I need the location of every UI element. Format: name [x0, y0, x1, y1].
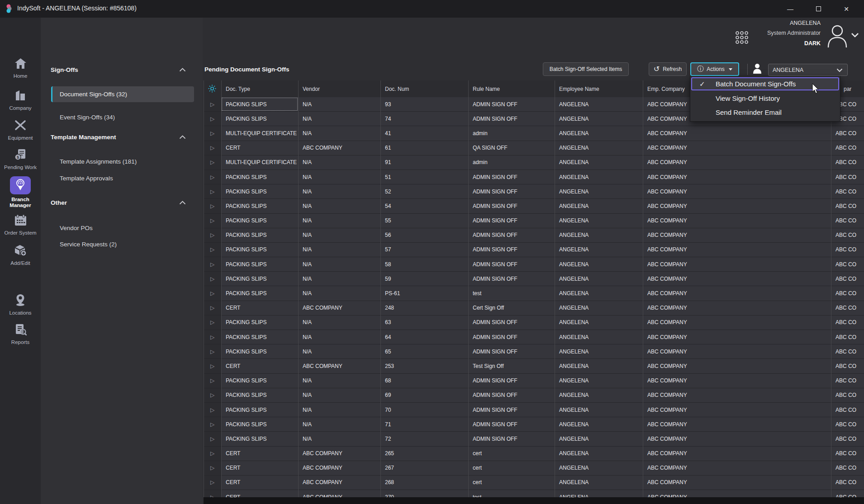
cell-extra[interactable]: ABC CO — [831, 199, 864, 213]
table-row[interactable]: ▷PACKING SLIPSN/A55ADMIN SIGN OFFANGELEN… — [204, 214, 864, 228]
cell-rule[interactable]: ADMIN SIGN OFF — [468, 344, 555, 358]
close-button[interactable]: ✕ — [836, 0, 857, 18]
cell-company[interactable]: ABC COMPANY — [643, 170, 831, 184]
table-row[interactable]: ▷PACKING SLIPSN/A56ADMIN SIGN OFFANGELEN… — [204, 228, 864, 243]
cell-employee[interactable]: ANGELENA — [555, 447, 643, 461]
panel-section-other[interactable]: Other — [51, 199, 193, 206]
expand-arrow-icon[interactable]: ▷ — [204, 417, 221, 431]
table-row[interactable]: ▷PACKING SLIPSN/APS-61testANGELENAABC CO… — [204, 286, 864, 301]
cell-rule[interactable]: ADMIN SIGN OFF — [468, 257, 555, 271]
sidebar-item-equipment[interactable]: Equipment — [0, 119, 41, 141]
cell-extra[interactable]: ABC CO — [831, 388, 864, 402]
cell-company[interactable]: ABC COMPANY — [643, 476, 831, 490]
expand-arrow-icon[interactable]: ▷ — [204, 155, 221, 170]
cell-extra[interactable]: ABC CO — [831, 155, 864, 170]
expand-arrow-icon[interactable]: ▷ — [204, 374, 221, 388]
expand-arrow-icon[interactable]: ▷ — [204, 316, 221, 330]
panel-item-document-sign-offs-32[interactable]: Document Sign-Offs (32) — [51, 86, 194, 102]
cell-company[interactable]: ABC COMPANY — [643, 126, 831, 140]
cell-type[interactable]: PACKING SLIPS — [221, 374, 298, 388]
cell-num[interactable]: 64 — [380, 330, 468, 344]
cell-type[interactable]: CERT — [221, 141, 298, 155]
column-header-employee-name[interactable]: Employee Name — [555, 80, 643, 97]
cell-rule[interactable]: ADMIN SIGN OFF — [468, 272, 555, 286]
cell-vendor[interactable]: N/A — [298, 214, 380, 228]
cell-type[interactable]: PACKING SLIPS — [221, 388, 298, 402]
cell-employee[interactable]: ANGELENA — [555, 272, 643, 286]
cell-rule[interactable]: cert — [468, 447, 555, 461]
maximize-button[interactable] — [808, 0, 829, 18]
cell-vendor[interactable]: N/A — [298, 388, 380, 402]
cell-num[interactable]: 65 — [380, 344, 468, 358]
cell-vendor[interactable]: N/A — [298, 126, 380, 140]
cell-extra[interactable]: ABC CO — [831, 461, 864, 475]
table-row[interactable]: ▷PACKING SLIPSN/A54ADMIN SIGN OFFANGELEN… — [204, 199, 864, 213]
table-row[interactable]: ▷PACKING SLIPSN/A64ADMIN SIGN OFFANGELEN… — [204, 330, 864, 344]
cell-extra[interactable]: ABC CO — [831, 490, 864, 497]
cell-type[interactable]: MULTI-EQUIP CERTIFICATE — [221, 155, 298, 170]
table-row[interactable]: ▷PACKING SLIPSN/A58ADMIN SIGN OFFANGELEN… — [204, 257, 864, 272]
cell-type[interactable]: PACKING SLIPS — [221, 97, 298, 111]
cell-extra[interactable]: ABC CO — [831, 476, 864, 490]
cell-rule[interactable]: cert — [468, 461, 555, 475]
cell-employee[interactable]: ANGELENA — [555, 126, 643, 140]
cell-company[interactable]: ABC COMPANY — [643, 184, 831, 198]
sidebar-item-locations[interactable]: Locations — [0, 294, 41, 316]
cell-employee[interactable]: ANGELENA — [555, 228, 643, 242]
cell-extra[interactable]: ABC CO — [831, 374, 864, 388]
cell-rule[interactable]: Test Sign Off — [468, 359, 555, 373]
cell-employee[interactable]: ANGELENA — [555, 257, 643, 271]
cell-vendor[interactable]: N/A — [298, 112, 380, 126]
cell-vendor[interactable]: N/A — [298, 403, 380, 417]
table-row[interactable]: ▷CERTABC COMPANY61QA SIGN OFFANGELENAABC… — [204, 141, 864, 155]
cell-vendor[interactable]: N/A — [298, 257, 380, 271]
cell-company[interactable]: ABC COMPANY — [643, 155, 831, 170]
cell-num[interactable]: 63 — [380, 316, 468, 330]
cell-rule[interactable]: QA SIGN OFF — [468, 141, 555, 155]
cell-type[interactable]: PACKING SLIPS — [221, 228, 298, 242]
cell-company[interactable]: ABC COMPANY — [643, 316, 831, 330]
panel-item-template-approvals[interactable]: Template Approvals — [51, 170, 194, 186]
cell-rule[interactable]: ADMIN SIGN OFF — [468, 417, 555, 431]
grid-settings-sun-icon[interactable] — [208, 84, 217, 93]
cell-num[interactable]: 55 — [380, 214, 468, 228]
cell-type[interactable]: CERT — [221, 461, 298, 475]
cell-num[interactable]: 61 — [380, 141, 468, 155]
cell-vendor[interactable]: N/A — [298, 286, 380, 300]
cell-rule[interactable]: ADMIN SIGN OFF — [468, 214, 555, 228]
expand-arrow-icon[interactable]: ▷ — [204, 214, 221, 228]
expand-arrow-icon[interactable]: ▷ — [204, 272, 221, 286]
cell-num[interactable]: 54 — [380, 199, 468, 213]
cell-company[interactable]: ABC COMPANY — [643, 257, 831, 271]
cell-company[interactable]: ABC COMPANY — [643, 447, 831, 461]
table-row[interactable]: ▷PACKING SLIPSN/A69ADMIN SIGN OFFANGELEN… — [204, 388, 864, 403]
cell-num[interactable]: 91 — [380, 155, 468, 170]
menu-item-send-reminder-email[interactable]: Send Reminder Email — [690, 105, 840, 119]
cell-extra[interactable]: ABC CO — [831, 170, 864, 184]
cell-num[interactable]: 68 — [380, 374, 468, 388]
cell-num[interactable]: 93 — [380, 97, 468, 111]
user-menu-chevron-down-icon[interactable] — [851, 33, 859, 38]
cell-company[interactable]: ABC COMPANY — [643, 461, 831, 475]
cell-rule[interactable]: test — [468, 490, 555, 497]
cell-vendor[interactable]: N/A — [298, 97, 380, 111]
expand-arrow-icon[interactable]: ▷ — [204, 286, 221, 300]
column-header-rule-name[interactable]: Rule Name — [468, 80, 555, 97]
cell-rule[interactable]: ADMIN SIGN OFF — [468, 112, 555, 126]
cell-vendor[interactable]: N/A — [298, 330, 380, 344]
table-row[interactable]: ▷PACKING SLIPSN/A71ADMIN SIGN OFFANGELEN… — [204, 417, 864, 432]
cell-num[interactable]: 59 — [380, 272, 468, 286]
table-row[interactable]: ▷CERTABC COMPANY268certANGELENAABC COMPA… — [204, 476, 864, 490]
cell-extra[interactable]: ABC CO — [831, 214, 864, 228]
cell-num[interactable]: 69 — [380, 388, 468, 402]
cell-employee[interactable]: ANGELENA — [555, 461, 643, 475]
cell-company[interactable]: ABC COMPANY — [643, 432, 831, 446]
cell-extra[interactable]: ABC CO — [831, 228, 864, 242]
cell-vendor[interactable]: N/A — [298, 316, 380, 330]
cell-company[interactable]: ABC COMPANY — [643, 286, 831, 300]
cell-company[interactable]: ABC COMPANY — [643, 490, 831, 497]
cell-employee[interactable]: ANGELENA — [555, 112, 643, 126]
expand-arrow-icon[interactable]: ▷ — [204, 199, 221, 213]
table-row[interactable]: ▷PACKING SLIPSN/A70ADMIN SIGN OFFANGELEN… — [204, 403, 864, 417]
cell-type[interactable]: PACKING SLIPS — [221, 257, 298, 271]
